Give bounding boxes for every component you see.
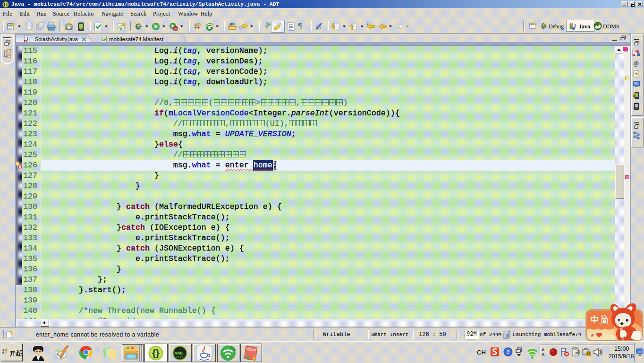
svg-text:a: a: [103, 37, 105, 42]
svg-text:?: ?: [507, 349, 509, 355]
svg-text:a: a: [120, 26, 122, 30]
svg-text:{}: {}: [152, 348, 160, 358]
svg-text:AND_: AND_: [175, 351, 186, 356]
